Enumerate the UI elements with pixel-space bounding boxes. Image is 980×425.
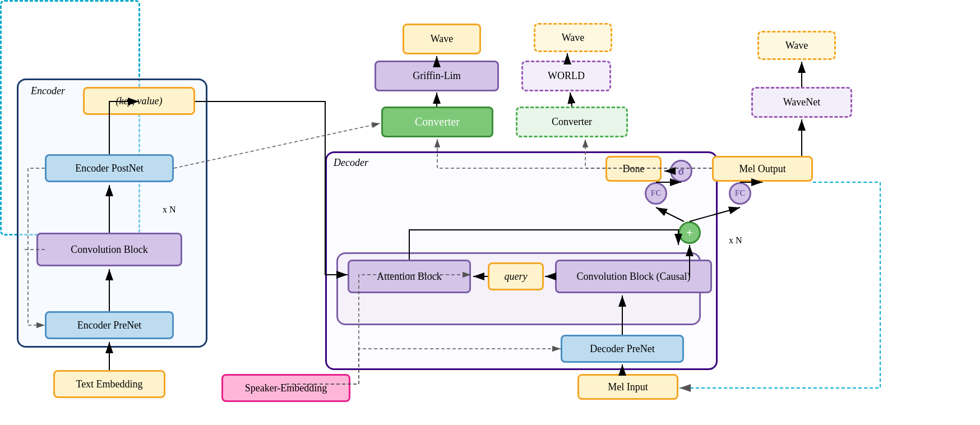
fc2-node: FC <box>729 182 751 205</box>
query-box: query <box>488 262 544 290</box>
sigma-node: σ <box>670 160 692 182</box>
encoder-postnet-box: Encoder PostNet <box>45 154 174 182</box>
decoder-prenet-box: Decoder PreNet <box>561 335 684 363</box>
converter1-box: Converter <box>381 107 493 137</box>
diagram: Encoder Decoder Text Embedding Encoder P… <box>0 0 980 425</box>
xn-encoder: x N <box>163 205 176 215</box>
key-value-box: (key, value) <box>83 87 195 115</box>
encoder-container <box>17 78 207 348</box>
attention-block-box: Attention Block <box>348 260 471 293</box>
conv-block-causal-box: Convolution Block (Causal) <box>555 260 712 293</box>
world-box: WORLD <box>521 61 611 91</box>
plus-node: + <box>678 221 701 244</box>
wave1-box: Wave <box>403 24 481 54</box>
done-box: Done <box>605 156 662 182</box>
text-embedding-box: Text Embedding <box>53 370 165 398</box>
svg-line-19 <box>570 93 572 107</box>
mel-output-box: Mel Output <box>712 156 813 182</box>
mel-input-box: Mel Input <box>577 374 678 400</box>
encoder-label: Encoder <box>31 85 65 97</box>
conv-block-encoder-box: Convolution Block <box>36 233 182 266</box>
converter2-box: Converter <box>516 107 628 137</box>
griffin-lim-box: Griffin-Lim <box>375 61 499 91</box>
encoder-prenet-box: Encoder PreNet <box>45 311 174 339</box>
wave3-box: Wave <box>757 31 836 60</box>
wave2-box: Wave <box>534 23 612 52</box>
fc1-node: FC <box>645 182 667 205</box>
speaker-embedding-box: Speaker-Embedding <box>221 374 350 402</box>
wavenet-box: WaveNet <box>751 87 852 118</box>
decoder-label: Decoder <box>334 157 368 169</box>
xn-decoder: x N <box>729 235 742 246</box>
